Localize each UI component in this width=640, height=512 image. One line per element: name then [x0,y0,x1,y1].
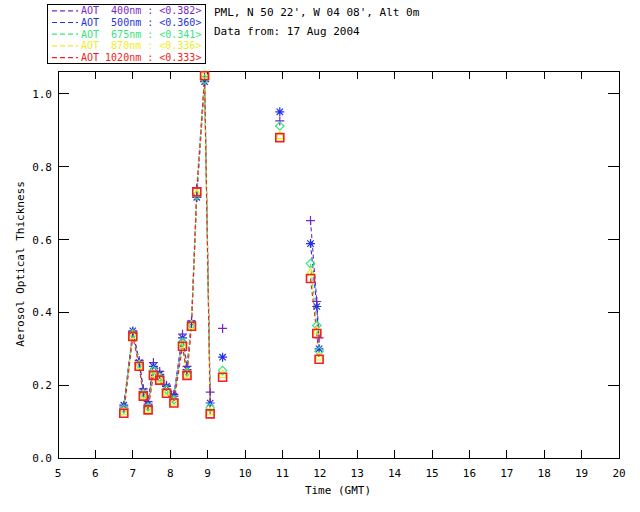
x-tick-label: 16 [463,467,476,480]
y-tick-label: 0.4 [32,306,52,319]
x-tick-label: 18 [538,467,551,480]
series-markers-500nm [119,77,323,410]
asterisk-marker-icon [218,353,227,362]
x-tick-label: 17 [500,467,513,480]
date-header: Data from: 17 Aug 2004 [214,25,360,38]
x-tick-label: 15 [425,467,438,480]
x-tick-label: 14 [388,467,402,480]
series-markers [119,70,323,418]
legend-label: AOT 675nm : <0.341> [81,29,201,40]
y-tick-label: 0.0 [32,452,52,465]
x-tick-label: 12 [313,467,326,480]
station-header: PML, N 50 22', W 04 08', Alt 0m [214,6,420,19]
legend-label: AOT 500nm : <0.360> [81,17,201,28]
series-line-400nm [124,77,210,407]
y-tick-label: 0.2 [32,379,52,392]
y-axis-label: Aerosol Optical Thickness [14,181,27,347]
x-tick-label: 5 [55,467,62,480]
asterisk-marker-icon [312,302,321,311]
legend-label: AOT 870nm : <0.336> [81,40,201,51]
square-marker-icon [276,134,284,142]
asterisk-marker-icon [306,239,315,248]
x-tick-label: 7 [129,467,136,480]
aot-plot-page: PML, N 50 22', W 04 08', Alt 0m Data fro… [0,0,640,512]
x-tick-label: 11 [276,467,289,480]
plus-marker-icon [306,216,315,225]
aot-plot: PML, N 50 22', W 04 08', Alt 0m Data fro… [0,0,640,512]
asterisk-marker-icon [275,107,284,116]
plus-marker-icon [218,324,227,333]
legend-box: AOT 400nm : <0.382>AOT 500nm : <0.360>AO… [48,5,206,64]
x-tick-label: 10 [238,467,251,480]
x-tick-label: 19 [575,467,588,480]
x-tick-label: 6 [92,467,99,480]
x-tick-label: 8 [167,467,174,480]
legend-label: AOT 400nm : <0.382> [81,5,201,16]
y-tick-label: 0.6 [32,234,52,247]
triangle-marker-icon [276,131,284,138]
plus-marker-icon [275,116,284,125]
x-tick-label: 9 [204,467,211,480]
legend-label: AOT 1020nm : <0.333> [81,52,201,63]
tick-labels: 5678910111213141516171819200.00.20.40.60… [32,88,626,480]
plus-marker-icon [206,388,215,397]
x-tick-label: 20 [612,467,625,480]
y-tick-label: 0.8 [32,161,52,174]
x-tick-label: 13 [351,467,364,480]
x-axis-label: Time (GMT) [305,484,371,497]
y-tick-label: 1.0 [32,88,52,101]
series-markers-400nm [119,73,323,412]
